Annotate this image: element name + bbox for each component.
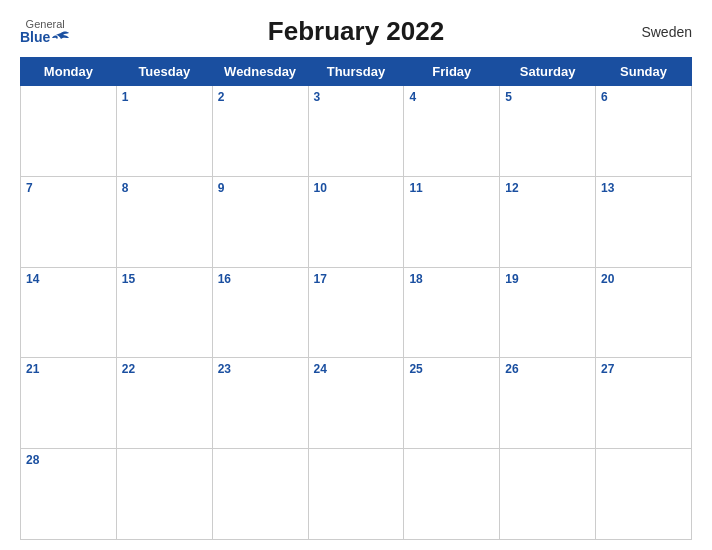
- calendar-day-16: 16: [212, 267, 308, 358]
- calendar-day-5: 5: [500, 86, 596, 177]
- weekday-header-sunday: Sunday: [596, 58, 692, 86]
- calendar-day-25: 25: [404, 358, 500, 449]
- calendar-empty-day: [308, 449, 404, 540]
- calendar-day-15: 15: [116, 267, 212, 358]
- day-number: 3: [314, 90, 399, 104]
- calendar-empty-day: [21, 86, 117, 177]
- calendar-day-12: 12: [500, 176, 596, 267]
- calendar-day-13: 13: [596, 176, 692, 267]
- calendar-day-17: 17: [308, 267, 404, 358]
- day-number: 6: [601, 90, 686, 104]
- calendar-week-row: 123456: [21, 86, 692, 177]
- calendar-day-19: 19: [500, 267, 596, 358]
- day-number: 11: [409, 181, 494, 195]
- calendar-week-row: 28: [21, 449, 692, 540]
- day-number: 25: [409, 362, 494, 376]
- calendar-day-27: 27: [596, 358, 692, 449]
- day-number: 1: [122, 90, 207, 104]
- calendar-week-row: 14151617181920: [21, 267, 692, 358]
- day-number: 7: [26, 181, 111, 195]
- calendar-week-row: 21222324252627: [21, 358, 692, 449]
- logo-bird-icon: [52, 31, 70, 45]
- calendar-week-row: 78910111213: [21, 176, 692, 267]
- weekday-header-friday: Friday: [404, 58, 500, 86]
- day-number: 22: [122, 362, 207, 376]
- calendar-day-7: 7: [21, 176, 117, 267]
- day-number: 24: [314, 362, 399, 376]
- day-number: 2: [218, 90, 303, 104]
- weekday-header-monday: Monday: [21, 58, 117, 86]
- day-number: 28: [26, 453, 111, 467]
- day-number: 10: [314, 181, 399, 195]
- weekday-header-tuesday: Tuesday: [116, 58, 212, 86]
- weekday-header-wednesday: Wednesday: [212, 58, 308, 86]
- calendar-day-6: 6: [596, 86, 692, 177]
- calendar-day-18: 18: [404, 267, 500, 358]
- calendar-day-21: 21: [21, 358, 117, 449]
- day-number: 21: [26, 362, 111, 376]
- calendar-day-23: 23: [212, 358, 308, 449]
- day-number: 16: [218, 272, 303, 286]
- calendar-header: General Blue February 2022 Sweden: [20, 10, 692, 53]
- calendar-empty-day: [500, 449, 596, 540]
- calendar-day-4: 4: [404, 86, 500, 177]
- calendar-empty-day: [212, 449, 308, 540]
- day-number: 19: [505, 272, 590, 286]
- day-number: 20: [601, 272, 686, 286]
- day-number: 17: [314, 272, 399, 286]
- logo: General Blue: [20, 18, 70, 45]
- day-number: 5: [505, 90, 590, 104]
- day-number: 15: [122, 272, 207, 286]
- calendar-day-2: 2: [212, 86, 308, 177]
- weekday-header-saturday: Saturday: [500, 58, 596, 86]
- calendar-empty-day: [116, 449, 212, 540]
- calendar-day-22: 22: [116, 358, 212, 449]
- calendar-day-10: 10: [308, 176, 404, 267]
- calendar-day-1: 1: [116, 86, 212, 177]
- day-number: 4: [409, 90, 494, 104]
- calendar-table: MondayTuesdayWednesdayThursdayFridaySatu…: [20, 57, 692, 540]
- day-number: 18: [409, 272, 494, 286]
- calendar-day-3: 3: [308, 86, 404, 177]
- day-number: 26: [505, 362, 590, 376]
- weekday-header-thursday: Thursday: [308, 58, 404, 86]
- day-number: 12: [505, 181, 590, 195]
- calendar-day-11: 11: [404, 176, 500, 267]
- day-number: 14: [26, 272, 111, 286]
- calendar-empty-day: [596, 449, 692, 540]
- calendar-day-28: 28: [21, 449, 117, 540]
- day-number: 9: [218, 181, 303, 195]
- calendar-empty-day: [404, 449, 500, 540]
- calendar-day-9: 9: [212, 176, 308, 267]
- day-number: 23: [218, 362, 303, 376]
- calendar-day-26: 26: [500, 358, 596, 449]
- calendar-day-24: 24: [308, 358, 404, 449]
- day-number: 13: [601, 181, 686, 195]
- calendar-title: February 2022: [268, 16, 444, 47]
- logo-blue-text: Blue: [20, 30, 50, 45]
- day-number: 27: [601, 362, 686, 376]
- calendar-day-8: 8: [116, 176, 212, 267]
- day-number: 8: [122, 181, 207, 195]
- calendar-day-14: 14: [21, 267, 117, 358]
- weekday-header-row: MondayTuesdayWednesdayThursdayFridaySatu…: [21, 58, 692, 86]
- calendar-day-20: 20: [596, 267, 692, 358]
- country-label: Sweden: [641, 24, 692, 40]
